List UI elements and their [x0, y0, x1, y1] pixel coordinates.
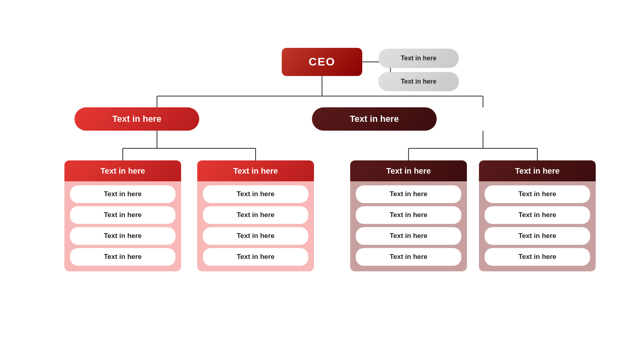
side-pill-2-label: Text in here	[401, 78, 437, 85]
dept-3-item-3: Text in here	[356, 227, 461, 245]
dept-4-item-4: Text in here	[485, 248, 590, 266]
dept-card-3: Text in here Text in here Text in here T…	[350, 160, 467, 271]
dept-card-4: Text in here Text in here Text in here T…	[479, 160, 596, 271]
dept-1-item-2: Text in here	[70, 206, 175, 224]
dept-card-2: Text in here Text in here Text in here T…	[197, 160, 314, 271]
dept-3-header: Text in here	[350, 160, 467, 181]
dept-4-item-2: Text in here	[485, 206, 590, 224]
dept-3-item-1: Text in here	[356, 185, 461, 203]
dept-3-body: Text in here Text in here Text in here T…	[350, 181, 467, 271]
dept-2-item-4: Text in here	[203, 248, 308, 266]
dept-card-1: Text in here Text in here Text in here T…	[64, 160, 181, 271]
dept-1-item-4: Text in here	[70, 248, 175, 266]
dept-2-item-1: Text in here	[203, 185, 308, 203]
dept-1-item-3: Text in here	[70, 227, 175, 245]
side-pill-2: Text in here	[378, 72, 459, 91]
org-chart: CEO Text in here Text in here Text in he…	[40, 16, 604, 345]
dept-3-item-4: Text in here	[356, 248, 461, 266]
dept-4-item-1: Text in here	[485, 185, 590, 203]
dept-4-body: Text in here Text in here Text in here T…	[479, 181, 596, 271]
ceo-label: CEO	[309, 55, 336, 68]
side-pill-1: Text in here	[378, 49, 459, 68]
dept-4-header: Text in here	[479, 160, 596, 181]
dept-4-item-3: Text in here	[485, 227, 590, 245]
dept-1-item-1: Text in here	[70, 185, 175, 203]
dept-2-item-2: Text in here	[203, 206, 308, 224]
level2-right-label: Text in here	[350, 114, 399, 124]
dept-2-item-3: Text in here	[203, 227, 308, 245]
level2-right-node: Text in here	[312, 107, 437, 131]
dept-3-item-2: Text in here	[356, 206, 461, 224]
level2-left-node: Text in here	[74, 107, 199, 131]
ceo-node: CEO	[282, 48, 362, 76]
side-pill-1-label: Text in here	[401, 55, 437, 62]
dept-2-header: Text in here	[197, 160, 314, 181]
dept-1-body: Text in here Text in here Text in here T…	[64, 181, 181, 271]
dept-2-body: Text in here Text in here Text in here T…	[197, 181, 314, 271]
level2-left-label: Text in here	[112, 114, 161, 124]
dept-1-header: Text in here	[64, 160, 181, 181]
